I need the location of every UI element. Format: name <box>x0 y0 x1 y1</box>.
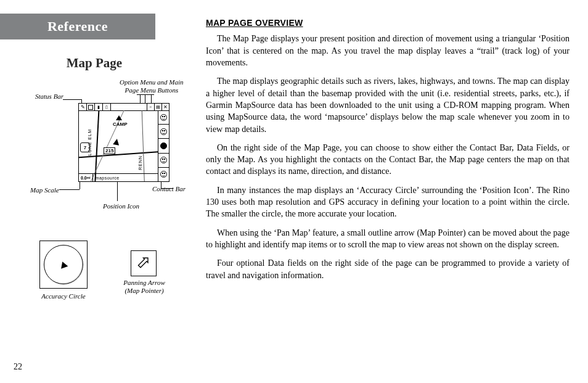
body-paragraph: On the right side of the Map Page, you c… <box>206 142 570 178</box>
option-icon: ▤ <box>155 104 161 110</box>
position-triangle-icon <box>113 138 120 146</box>
callout-option-menu: Option Menu and Main Page Menu Buttons <box>120 78 184 94</box>
callout-map-scale: Map Scale <box>30 186 59 194</box>
section-tab-label: Reference <box>47 19 108 35</box>
body-paragraph: The map displays geographic details such… <box>206 75 570 135</box>
left-column: Map Page <box>36 51 178 75</box>
callout-position-icon: Position Icon <box>103 202 139 210</box>
map-page-diagram: Status Bar Option Menu and Main Page Men… <box>44 76 179 213</box>
gps-scale-row: 0.0mi mapsource <box>79 173 158 181</box>
menu-icon: ≡ <box>147 104 154 110</box>
leader-line <box>63 99 81 100</box>
body-paragraph: The Map Page displays your present posit… <box>206 33 570 68</box>
page-number: 22 <box>14 362 22 372</box>
mapsource-tag: mapsource <box>93 176 120 180</box>
leader-line <box>140 94 141 104</box>
panning-arrow-caption: Panning Arrow (Map Pointer) <box>116 279 172 294</box>
close-icon: ✕ <box>162 104 169 110</box>
left-heading: Map Page <box>36 56 153 71</box>
street-label-lone-elm: LONE ELM <box>88 129 92 155</box>
leader-line <box>161 188 173 189</box>
section-heading: MAP PAGE OVERVIEW <box>206 17 570 29</box>
accuracy-circle-caption: Accuracy Circle <box>39 292 88 300</box>
contact-face-icon <box>160 142 167 149</box>
contact-face-icon <box>160 128 167 135</box>
flag-icon <box>87 104 94 110</box>
position-triangle-icon <box>59 260 68 269</box>
pencil-icon: ✎ <box>79 104 86 110</box>
scale-value: 0.0 <box>81 176 87 180</box>
body-paragraph: When using the ‘Pan Map’ feature, a smal… <box>206 227 570 251</box>
manual-page: Reference Map Page Status Bar Option Men… <box>0 0 588 383</box>
leader-line <box>59 189 80 190</box>
leader-line <box>151 94 152 104</box>
contact-face-icon <box>160 157 167 163</box>
gps-contact-bar <box>158 110 169 181</box>
battery-icon: ▯ <box>103 104 110 110</box>
callout-status-bar: Status Bar <box>35 93 63 101</box>
panning-arrow-figure: ⬀ <box>131 250 157 276</box>
body-text-column: MAP PAGE OVERVIEW The Map Page displays … <box>206 17 570 288</box>
callout-contact-bar: Contact Bar <box>152 185 186 193</box>
body-paragraph: In many instances the map displays an ‘A… <box>206 184 570 220</box>
secondary-diagrams: Accuracy Circle ⬀ Panning Arrow (Map Poi… <box>39 234 181 315</box>
section-tab: Reference <box>0 14 155 39</box>
contact-face-icon <box>160 171 167 178</box>
bearing-label: 215 <box>104 147 115 154</box>
accuracy-circle-figure <box>39 241 88 289</box>
body-paragraph: Four optional Data fields on the right s… <box>206 257 570 281</box>
cursor-icon: ⬀ <box>136 253 150 271</box>
leader-line <box>145 94 145 104</box>
signal-icon: ▮ <box>95 104 102 110</box>
gps-map-area: 7 CAMP 215 LONE ELM RENN 0.0mi mapsource <box>79 110 158 181</box>
camp-label: CAMP <box>113 121 128 127</box>
street-label-renn: RENN <box>138 155 142 170</box>
contact-face-icon <box>160 114 167 121</box>
gps-screen: ✎ ▮ ▯ ≡ ▤ ✕ <box>78 103 169 182</box>
tent-icon <box>116 115 122 120</box>
